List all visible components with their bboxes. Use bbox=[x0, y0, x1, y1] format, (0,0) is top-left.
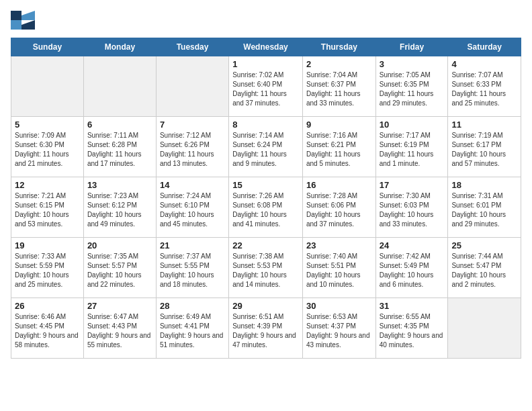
day-info: Sunrise: 7:19 AM Sunset: 6:17 PM Dayligh… bbox=[451, 131, 517, 169]
day-info: Sunrise: 7:38 AM Sunset: 5:53 PM Dayligh… bbox=[232, 252, 299, 289]
day-info: Sunrise: 6:46 AM Sunset: 4:45 PM Dayligh… bbox=[15, 312, 80, 350]
day-info: Sunrise: 7:14 AM Sunset: 6:24 PM Dayligh… bbox=[232, 131, 299, 169]
day-number: 30 bbox=[306, 301, 372, 311]
calendar-cell: 24Sunrise: 7:42 AM Sunset: 5:49 PM Dayli… bbox=[375, 238, 448, 298]
day-number: 11 bbox=[451, 120, 517, 130]
calendar-cell: 5Sunrise: 7:09 AM Sunset: 6:30 PM Daylig… bbox=[11, 117, 84, 177]
calendar-cell: 21Sunrise: 7:37 AM Sunset: 5:55 PM Dayli… bbox=[156, 238, 228, 298]
day-number: 25 bbox=[451, 240, 517, 250]
day-info: Sunrise: 7:37 AM Sunset: 5:55 PM Dayligh… bbox=[160, 252, 225, 289]
svg-marker-3 bbox=[21, 20, 35, 30]
page-header bbox=[11, 11, 521, 30]
calendar-cell: 17Sunrise: 7:30 AM Sunset: 6:03 PM Dayli… bbox=[375, 177, 448, 238]
day-info: Sunrise: 7:28 AM Sunset: 6:06 PM Dayligh… bbox=[306, 191, 372, 229]
week-row-2: 5Sunrise: 7:09 AM Sunset: 6:30 PM Daylig… bbox=[11, 117, 521, 177]
logo-icon bbox=[11, 11, 35, 30]
calendar-cell bbox=[156, 56, 228, 117]
day-info: Sunrise: 7:16 AM Sunset: 6:21 PM Dayligh… bbox=[306, 131, 372, 169]
day-number: 7 bbox=[160, 120, 225, 130]
calendar-cell: 1Sunrise: 7:02 AM Sunset: 6:40 PM Daylig… bbox=[229, 56, 303, 117]
day-number: 12 bbox=[15, 180, 80, 190]
day-number: 6 bbox=[87, 120, 152, 130]
day-number: 4 bbox=[451, 59, 517, 69]
col-header-saturday: Saturday bbox=[448, 38, 521, 56]
day-number: 9 bbox=[306, 120, 372, 130]
day-number: 26 bbox=[15, 301, 80, 311]
day-number: 13 bbox=[87, 180, 152, 190]
day-info: Sunrise: 7:11 AM Sunset: 6:28 PM Dayligh… bbox=[87, 131, 152, 169]
week-row-3: 12Sunrise: 7:21 AM Sunset: 6:15 PM Dayli… bbox=[11, 177, 521, 238]
col-header-friday: Friday bbox=[375, 38, 448, 56]
day-number: 29 bbox=[232, 301, 299, 311]
day-info: Sunrise: 7:33 AM Sunset: 5:59 PM Dayligh… bbox=[15, 252, 80, 289]
day-info: Sunrise: 7:26 AM Sunset: 6:08 PM Dayligh… bbox=[232, 191, 299, 229]
day-number: 16 bbox=[306, 180, 372, 190]
day-number: 23 bbox=[306, 240, 372, 250]
calendar-table: SundayMondayTuesdayWednesdayThursdayFrid… bbox=[11, 38, 521, 359]
calendar-cell: 26Sunrise: 6:46 AM Sunset: 4:45 PM Dayli… bbox=[11, 298, 84, 359]
svg-rect-1 bbox=[11, 20, 21, 30]
day-info: Sunrise: 7:02 AM Sunset: 6:40 PM Dayligh… bbox=[232, 71, 299, 108]
day-number: 5 bbox=[15, 120, 80, 130]
calendar-cell: 19Sunrise: 7:33 AM Sunset: 5:59 PM Dayli… bbox=[11, 238, 84, 298]
calendar-cell: 30Sunrise: 6:53 AM Sunset: 4:37 PM Dayli… bbox=[302, 298, 375, 359]
calendar-cell: 13Sunrise: 7:23 AM Sunset: 6:12 PM Dayli… bbox=[83, 177, 156, 238]
day-info: Sunrise: 7:31 AM Sunset: 6:01 PM Dayligh… bbox=[451, 191, 517, 229]
day-info: Sunrise: 7:40 AM Sunset: 5:51 PM Dayligh… bbox=[306, 252, 372, 289]
day-info: Sunrise: 7:24 AM Sunset: 6:10 PM Dayligh… bbox=[160, 191, 225, 229]
calendar-cell: 23Sunrise: 7:40 AM Sunset: 5:51 PM Dayli… bbox=[302, 238, 375, 298]
day-number: 2 bbox=[306, 59, 372, 69]
day-number: 10 bbox=[380, 120, 445, 130]
calendar-cell: 29Sunrise: 6:51 AM Sunset: 4:39 PM Dayli… bbox=[229, 298, 303, 359]
day-number: 27 bbox=[87, 301, 152, 311]
calendar-cell: 6Sunrise: 7:11 AM Sunset: 6:28 PM Daylig… bbox=[83, 117, 156, 177]
day-number: 21 bbox=[160, 240, 225, 250]
day-number: 17 bbox=[380, 180, 445, 190]
week-row-5: 26Sunrise: 6:46 AM Sunset: 4:45 PM Dayli… bbox=[11, 298, 521, 359]
calendar-cell: 31Sunrise: 6:55 AM Sunset: 4:35 PM Dayli… bbox=[375, 298, 448, 359]
day-number: 14 bbox=[160, 180, 225, 190]
svg-rect-0 bbox=[11, 11, 21, 20]
day-number: 19 bbox=[15, 240, 80, 250]
day-info: Sunrise: 6:47 AM Sunset: 4:43 PM Dayligh… bbox=[87, 312, 152, 350]
day-info: Sunrise: 7:09 AM Sunset: 6:30 PM Dayligh… bbox=[15, 131, 80, 169]
day-number: 18 bbox=[451, 180, 517, 190]
day-number: 15 bbox=[232, 180, 299, 190]
day-number: 20 bbox=[87, 240, 152, 250]
calendar-cell bbox=[83, 56, 156, 117]
col-header-wednesday: Wednesday bbox=[229, 38, 303, 56]
calendar-cell: 4Sunrise: 7:07 AM Sunset: 6:33 PM Daylig… bbox=[448, 56, 521, 117]
calendar-cell: 7Sunrise: 7:12 AM Sunset: 6:26 PM Daylig… bbox=[156, 117, 228, 177]
day-info: Sunrise: 7:05 AM Sunset: 6:35 PM Dayligh… bbox=[380, 71, 445, 108]
day-info: Sunrise: 7:35 AM Sunset: 5:57 PM Dayligh… bbox=[87, 252, 152, 289]
calendar-cell: 2Sunrise: 7:04 AM Sunset: 6:37 PM Daylig… bbox=[302, 56, 375, 117]
day-number: 28 bbox=[160, 301, 225, 311]
day-info: Sunrise: 6:49 AM Sunset: 4:41 PM Dayligh… bbox=[160, 312, 225, 350]
calendar-cell bbox=[448, 298, 521, 359]
calendar-cell: 20Sunrise: 7:35 AM Sunset: 5:57 PM Dayli… bbox=[83, 238, 156, 298]
day-info: Sunrise: 7:44 AM Sunset: 5:47 PM Dayligh… bbox=[451, 252, 517, 289]
day-number: 24 bbox=[380, 240, 445, 250]
day-info: Sunrise: 6:53 AM Sunset: 4:37 PM Dayligh… bbox=[306, 312, 372, 350]
week-row-4: 19Sunrise: 7:33 AM Sunset: 5:59 PM Dayli… bbox=[11, 238, 521, 298]
calendar-cell: 22Sunrise: 7:38 AM Sunset: 5:53 PM Dayli… bbox=[229, 238, 303, 298]
day-info: Sunrise: 6:51 AM Sunset: 4:39 PM Dayligh… bbox=[232, 312, 299, 350]
calendar-cell: 25Sunrise: 7:44 AM Sunset: 5:47 PM Dayli… bbox=[448, 238, 521, 298]
day-info: Sunrise: 6:55 AM Sunset: 4:35 PM Dayligh… bbox=[380, 312, 445, 350]
calendar-cell bbox=[11, 56, 84, 117]
day-number: 31 bbox=[380, 301, 445, 311]
col-header-tuesday: Tuesday bbox=[156, 38, 228, 56]
calendar-cell: 11Sunrise: 7:19 AM Sunset: 6:17 PM Dayli… bbox=[448, 117, 521, 177]
day-info: Sunrise: 7:42 AM Sunset: 5:49 PM Dayligh… bbox=[380, 252, 445, 289]
calendar-cell: 27Sunrise: 6:47 AM Sunset: 4:43 PM Dayli… bbox=[83, 298, 156, 359]
calendar-cell: 8Sunrise: 7:14 AM Sunset: 6:24 PM Daylig… bbox=[229, 117, 303, 177]
col-header-monday: Monday bbox=[83, 38, 156, 56]
day-number: 22 bbox=[232, 240, 299, 250]
day-info: Sunrise: 7:23 AM Sunset: 6:12 PM Dayligh… bbox=[87, 191, 152, 229]
col-header-thursday: Thursday bbox=[302, 38, 375, 56]
day-number: 1 bbox=[232, 59, 299, 69]
day-info: Sunrise: 7:04 AM Sunset: 6:37 PM Dayligh… bbox=[306, 71, 372, 108]
calendar-cell: 9Sunrise: 7:16 AM Sunset: 6:21 PM Daylig… bbox=[302, 117, 375, 177]
week-row-1: 1Sunrise: 7:02 AM Sunset: 6:40 PM Daylig… bbox=[11, 56, 521, 117]
day-number: 3 bbox=[380, 59, 445, 69]
